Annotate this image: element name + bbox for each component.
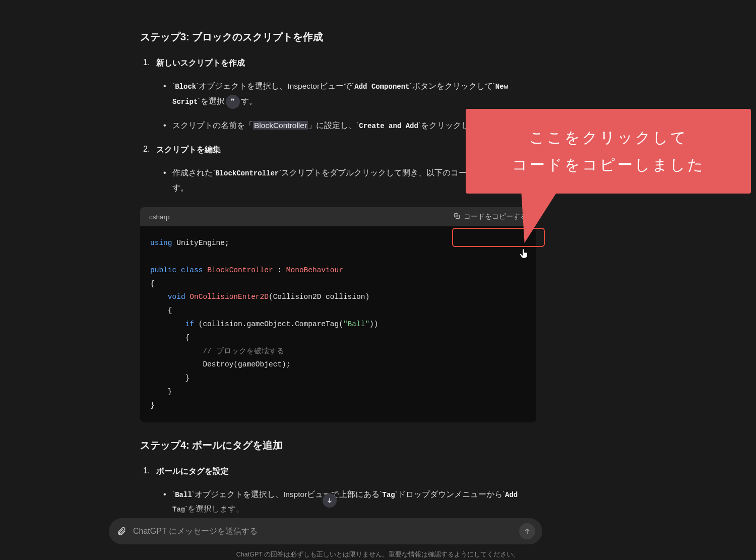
step3-item-1-title: 新しいスクリプトを作成 xyxy=(156,58,245,67)
step4-heading: ステップ4: ボールにタグを追加 xyxy=(140,439,523,452)
code-block-inline: Block xyxy=(175,83,196,91)
chat-input-bar[interactable]: ChatGPT にメッセージを送信する xyxy=(109,518,542,544)
step3-item-2-title: スクリプトを編集 xyxy=(156,145,221,154)
copy-code-label: コードをコピーする xyxy=(464,212,527,221)
attach-icon[interactable] xyxy=(116,526,127,537)
callout-line-1: ここをクリックして xyxy=(529,124,688,151)
step3-heading: ステップ3: ブロックのスクリプトを作成 xyxy=(140,30,523,44)
fade-mask xyxy=(140,507,536,517)
highlighted-text: BlockController xyxy=(253,121,308,130)
code-body[interactable]: using UnityEngine; public class BlockCon… xyxy=(140,226,536,422)
code-block-header: csharp コードをコピーする xyxy=(140,207,536,226)
cursor-hand-icon xyxy=(518,247,531,260)
quote-icon[interactable]: ❞ xyxy=(226,95,240,109)
callout-tail xyxy=(517,193,557,243)
scroll-down-button[interactable] xyxy=(323,493,337,508)
step4-item-1-title: ボールにタグを設定 xyxy=(156,467,229,475)
step3-bullet-1: `Block`オブジェクトを選択し、Inspectorビューで`Add Comp… xyxy=(172,79,523,109)
disclaimer-text: ChatGPT の回答は必ずしも正しいとは限りません。重要な情報は確認するように… xyxy=(0,550,756,559)
code-block: csharp コードをコピーする using UnityEngine; publ… xyxy=(140,207,536,422)
callout-line-2: コードをコピーしました xyxy=(512,151,705,178)
callout-annotation: ここをクリックして コードをコピーしました xyxy=(466,109,751,194)
chat-message-content: ステップ3: ブロックのスクリプトを作成 新しいスクリプトを作成 `Block`… xyxy=(140,0,523,517)
code-language-label: csharp xyxy=(149,213,170,221)
chat-input-placeholder[interactable]: ChatGPT にメッセージを送信する xyxy=(133,526,519,537)
send-button[interactable] xyxy=(519,523,535,539)
copy-code-button[interactable]: コードをコピーする xyxy=(453,212,527,221)
copy-icon xyxy=(453,212,461,221)
